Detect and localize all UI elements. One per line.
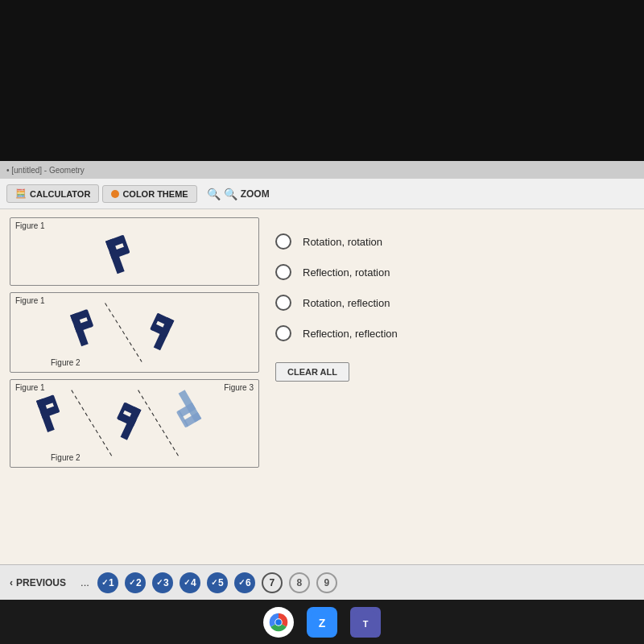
check-6: ✓ (238, 578, 245, 587)
nav-num-2[interactable]: ✓2 (125, 572, 146, 593)
nav-num-5[interactable]: ✓5 (207, 572, 228, 593)
previous-button[interactable]: ‹ PREVIOUS (10, 577, 66, 588)
figure-box-1: Figure 1 (10, 217, 259, 286)
toolbar: 🧮 CALCULATOR COLOR THEME 🔍 🔍 ZOOM (0, 179, 644, 209)
figure-box-3: Figure 1 Figure 3 Figure 2 (10, 379, 259, 468)
nav-num-1[interactable]: ✓1 (97, 572, 118, 593)
figure-3-svg (17, 386, 252, 460)
check-5: ✓ (211, 578, 217, 587)
option-row-1[interactable]: Rotation, rotation (275, 233, 634, 250)
option-row-3[interactable]: Rotation, reflection (275, 295, 634, 311)
calculator-icon: 🧮 (15, 188, 27, 199)
check-3: ✓ (156, 578, 163, 587)
nav-num-8[interactable]: 8 (289, 572, 310, 593)
fig2-fig2-label: Figure 2 (51, 358, 80, 367)
option-row-2[interactable]: Reflection, rotation (275, 264, 634, 280)
color-theme-icon (111, 190, 119, 198)
color-theme-label: COLOR THEME (122, 189, 188, 199)
option-1-text: Rotation, rotation (303, 236, 382, 248)
fig3-fig3-label: Figure 3 (224, 383, 254, 392)
option-row-4[interactable]: Reflection, reflection (275, 325, 634, 341)
radio-1[interactable] (275, 233, 291, 250)
nav-num-6[interactable]: ✓6 (234, 572, 255, 593)
figures-column: Figure 1 Figure 1 Figure 2 (10, 217, 259, 555)
check-2: ✓ (129, 578, 135, 587)
figure-2-svg (17, 299, 252, 365)
option-2-text: Reflection, rotation (303, 266, 390, 279)
option-4-text: Reflection, reflection (303, 328, 398, 340)
radio-3[interactable] (275, 295, 291, 311)
figure-box-2: Figure 1 Figure 2 (10, 292, 259, 373)
svg-text:T: T (363, 619, 369, 629)
title-bar: • [untitled] - Geometry (0, 161, 644, 179)
svg-text:Z: Z (319, 617, 326, 630)
calculator-button[interactable]: 🧮 CALCULATOR (6, 184, 99, 203)
options-column: Rotation, rotation Reflection, rotation … (275, 217, 634, 555)
svg-line-14 (138, 390, 180, 457)
teams-icon[interactable]: T (350, 607, 381, 638)
option-3-text: Rotation, reflection (303, 297, 390, 309)
zoom-out-icon[interactable]: 🔍 (224, 188, 237, 200)
chrome-icon[interactable] (263, 607, 294, 638)
check-4: ✓ (184, 578, 190, 587)
title-bar-text: • [untitled] - Geometry (6, 166, 85, 175)
zoom-in-icon[interactable]: 🔍 (207, 188, 221, 200)
fig3-fig2-label: Figure 2 (51, 453, 80, 462)
nav-num-9[interactable]: 9 (316, 572, 337, 593)
nav-num-3[interactable]: ✓3 (152, 572, 173, 593)
zoom-area: 🔍 🔍 ZOOM (200, 188, 276, 200)
svg-point-29 (275, 619, 282, 625)
nav-num-4[interactable]: ✓4 (180, 572, 200, 593)
prev-arrow-icon: ‹ (10, 577, 13, 588)
check-1: ✓ (101, 578, 108, 587)
clear-all-button[interactable]: CLEAR ALL (275, 362, 349, 382)
figure-1-svg (17, 225, 252, 279)
calculator-label: CALCULATOR (30, 189, 90, 199)
taskbar: Z T (0, 600, 644, 644)
svg-line-4 (105, 303, 142, 362)
fig3-fig1-label: Figure 1 (15, 383, 45, 392)
radio-4[interactable] (275, 325, 291, 341)
zoom-label: ZOOM (241, 188, 270, 200)
main-content: Figure 1 Figure 1 Figure 2 (0, 209, 644, 564)
fig2-fig1-label: Figure 1 (15, 296, 45, 305)
nav-num-7[interactable]: 7 (262, 572, 283, 593)
svg-line-13 (72, 390, 113, 457)
zoom-icon[interactable]: Z (307, 607, 337, 638)
ellipsis: ... (80, 576, 89, 588)
color-theme-button[interactable]: COLOR THEME (102, 185, 196, 203)
top-black-area (0, 0, 644, 161)
fig1-top-label: Figure 1 (15, 221, 45, 230)
previous-label: PREVIOUS (16, 577, 66, 588)
bottom-navigation: ‹ PREVIOUS ... ✓1 ✓2 ✓3 ✓4 ✓5 ✓6 7 8 9 (0, 564, 644, 600)
radio-2[interactable] (275, 264, 291, 280)
